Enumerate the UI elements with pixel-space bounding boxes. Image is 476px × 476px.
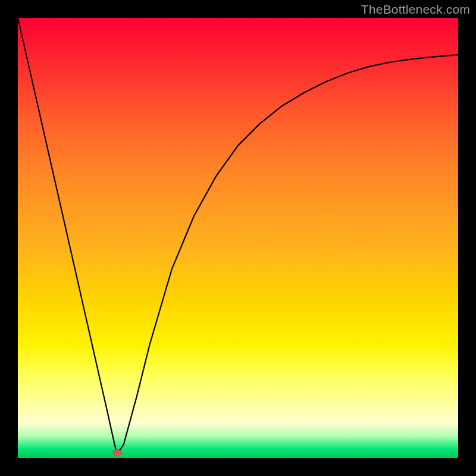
watermark-text: TheBottleneck.com: [361, 2, 470, 17]
plot-area: [18, 18, 458, 458]
chart-svg: [18, 18, 458, 458]
chart-frame: TheBottleneck.com: [0, 0, 476, 476]
bottleneck-curve: [18, 18, 458, 454]
min-point-marker: [112, 449, 122, 456]
